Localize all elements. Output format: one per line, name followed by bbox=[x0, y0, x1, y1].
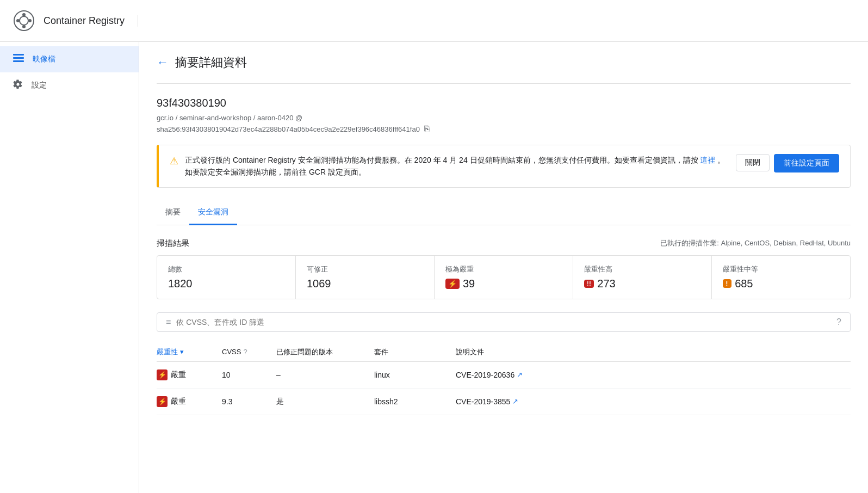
warning-text-before: 正式發行版的 Container Registry 安全漏洞掃描功能為付費服務。… bbox=[185, 156, 698, 164]
table-row: ⚡ 嚴重 9.3 是 libssh2 CVE-2019-3855 ↗ bbox=[157, 388, 851, 415]
back-button[interactable]: ← bbox=[157, 56, 169, 70]
col-header-fixed: 已修正問題的版本 bbox=[276, 343, 374, 362]
row2-severity: ⚡ 嚴重 bbox=[157, 388, 222, 415]
page-title: 摘要詳細資料 bbox=[175, 54, 247, 71]
table-header: 嚴重性 ▾ CVSS ? 已修正問題的版本 套件 說明文件 bbox=[157, 343, 851, 362]
severity-badge-critical: ⚡ 嚴重 bbox=[157, 369, 186, 380]
digest-id: 93f430380190 bbox=[157, 97, 851, 109]
cvss-help-icon[interactable]: ? bbox=[243, 348, 247, 356]
severity-badge-critical: ⚡ 嚴重 bbox=[157, 396, 186, 407]
main-content: ← 摘要詳細資料 93f430380190 gcr.io / seminar-a… bbox=[139, 42, 868, 493]
external-link-icon: ↗ bbox=[512, 397, 518, 405]
critical-count: 39 bbox=[463, 278, 475, 290]
sidebar: 映像檔 設定 bbox=[0, 42, 139, 493]
scan-results-title: 掃描結果 bbox=[157, 238, 189, 249]
stat-critical-label: 極為嚴重 bbox=[445, 264, 562, 274]
sidebar-item-images-label: 映像檔 bbox=[33, 54, 55, 64]
cve-link[interactable]: CVE-2019-20636 ↗ bbox=[456, 371, 851, 379]
high-badge: !!! bbox=[584, 280, 594, 288]
settings-page-button[interactable]: 前往設定頁面 bbox=[774, 154, 839, 172]
table-row: ⚡ 嚴重 10 – linux CVE-2019-20636 ↗ bbox=[157, 361, 851, 388]
images-icon bbox=[13, 54, 24, 65]
filter-input[interactable] bbox=[176, 318, 831, 326]
high-count: 273 bbox=[597, 278, 615, 290]
stat-total-label: 總數 bbox=[168, 264, 284, 274]
stat-high-label: 嚴重性高 bbox=[584, 264, 700, 274]
stats-table: 總數 1820 可修正 1069 極為嚴重 ⚡ 39 嚴重性高 !!! bbox=[157, 255, 851, 299]
digest-path: gcr.io / seminar-and-workshop / aaron-04… bbox=[157, 114, 851, 122]
row1-cve: CVE-2019-20636 ↗ bbox=[456, 361, 851, 388]
severity-col-label: 嚴重性 bbox=[157, 347, 178, 357]
stat-high-value: !!! 273 bbox=[584, 278, 700, 290]
tab-vulnerabilities[interactable]: 安全漏洞 bbox=[189, 201, 237, 225]
col-header-cvss: CVSS ? bbox=[222, 343, 276, 362]
svg-rect-8 bbox=[13, 60, 24, 62]
svg-point-2 bbox=[22, 13, 26, 16]
digest-sha: sha256:93f43038019042d73ec4a2288b074a05b… bbox=[157, 124, 851, 134]
stat-medium-label: 嚴重性中等 bbox=[723, 264, 839, 274]
flash-icon: ⚡ bbox=[157, 396, 168, 407]
medium-badge: !! bbox=[723, 279, 731, 288]
stat-medium-value: !! 685 bbox=[723, 278, 839, 290]
cvss-col-label: CVSS bbox=[222, 348, 241, 356]
sidebar-item-images[interactable]: 映像檔 bbox=[0, 46, 139, 72]
table-body: ⚡ 嚴重 10 – linux CVE-2019-20636 ↗ bbox=[157, 361, 851, 415]
stat-high: 嚴重性高 !!! 273 bbox=[573, 256, 712, 299]
svg-point-4 bbox=[16, 19, 20, 22]
svg-rect-6 bbox=[13, 54, 24, 56]
col-header-docs: 說明文件 bbox=[456, 343, 851, 362]
warning-text: 正式發行版的 Container Registry 安全漏洞掃描功能為付費服務。… bbox=[185, 154, 729, 178]
help-icon[interactable]: ? bbox=[836, 317, 841, 327]
svg-point-5 bbox=[28, 19, 32, 22]
external-link-icon: ↗ bbox=[517, 371, 523, 379]
vulnerability-table: 嚴重性 ▾ CVSS ? 已修正問題的版本 套件 說明文件 bbox=[157, 343, 851, 415]
medium-count: 685 bbox=[735, 278, 753, 290]
severity-label: 嚴重 bbox=[171, 370, 186, 380]
digest-sha-value: sha256:93f43038019042d73ec4a2288b074a05b… bbox=[157, 125, 420, 133]
copy-icon[interactable]: ⎘ bbox=[424, 124, 430, 134]
flash-icon: ⚡ bbox=[157, 369, 168, 380]
scan-results-header: 掃描結果 已執行的掃描作業: Alpine, CentOS, Debian, R… bbox=[157, 238, 851, 249]
close-button[interactable]: 關閉 bbox=[736, 154, 770, 171]
app-logo bbox=[13, 10, 35, 32]
tabs: 摘要 安全漏洞 bbox=[157, 201, 851, 225]
tab-summary[interactable]: 摘要 bbox=[157, 201, 189, 225]
row1-cvss: 10 bbox=[222, 361, 276, 388]
svg-point-3 bbox=[22, 25, 26, 28]
main-layout: 映像檔 設定 ← 摘要詳細資料 93f430380190 gcr.io / se… bbox=[0, 42, 868, 493]
cve-id: CVE-2019-3855 bbox=[456, 397, 510, 406]
page-header: ← 摘要詳細資料 bbox=[157, 42, 851, 84]
row2-cve: CVE-2019-3855 ↗ bbox=[456, 388, 851, 415]
svg-point-1 bbox=[20, 16, 28, 25]
stat-fixable-value: 1069 bbox=[307, 278, 423, 290]
filter-icon: ≡ bbox=[166, 317, 171, 327]
row2-package: libssh2 bbox=[374, 388, 456, 415]
app-header: Container Registry bbox=[0, 0, 868, 42]
stat-critical-value: ⚡ 39 bbox=[445, 278, 562, 290]
app-title: Container Registry bbox=[44, 15, 138, 27]
cve-id: CVE-2019-20636 bbox=[456, 371, 514, 379]
warning-banner: ⚠ 正式發行版的 Container Registry 安全漏洞掃描功能為付費服… bbox=[157, 145, 851, 188]
stat-fixable: 可修正 1069 bbox=[296, 256, 435, 299]
scan-info: 已執行的掃描作業: Alpine, CentOS, Debian, RedHat… bbox=[660, 238, 851, 248]
sidebar-item-settings-label: 設定 bbox=[32, 81, 47, 90]
col-header-severity[interactable]: 嚴重性 ▾ bbox=[157, 343, 222, 362]
gear-icon bbox=[13, 79, 23, 92]
stat-total-value: 1820 bbox=[168, 278, 284, 290]
sidebar-item-settings[interactable]: 設定 bbox=[0, 72, 139, 98]
stat-fixable-label: 可修正 bbox=[307, 264, 423, 274]
row1-package: linux bbox=[374, 361, 456, 388]
sort-icon: ▾ bbox=[180, 348, 184, 356]
row2-cvss: 9.3 bbox=[222, 388, 276, 415]
severity-label: 嚴重 bbox=[171, 397, 186, 406]
svg-rect-7 bbox=[13, 57, 24, 59]
cve-link[interactable]: CVE-2019-3855 ↗ bbox=[456, 397, 851, 406]
stat-critical: 極為嚴重 ⚡ 39 bbox=[435, 256, 573, 299]
warning-link[interactable]: 這裡 bbox=[700, 156, 715, 164]
warning-icon: ⚠ bbox=[170, 155, 178, 167]
stat-medium: 嚴重性中等 !! 685 bbox=[712, 256, 850, 299]
col-header-package: 套件 bbox=[374, 343, 456, 362]
filter-bar[interactable]: ≡ ? bbox=[157, 312, 851, 332]
critical-badge: ⚡ bbox=[445, 279, 460, 289]
row1-fixed: – bbox=[276, 361, 374, 388]
